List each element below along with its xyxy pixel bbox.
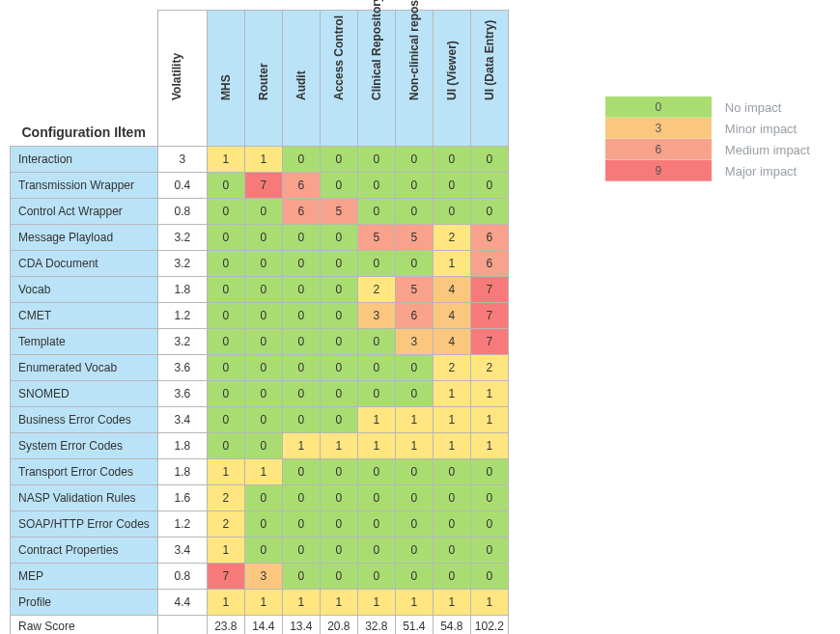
volatility-cell: 0.4 <box>157 173 207 199</box>
heat-cell: 1 <box>207 538 244 564</box>
heat-cell: 0 <box>395 511 433 538</box>
heat-cell: 0 <box>282 485 320 511</box>
heat-cell: 0 <box>320 355 357 381</box>
table-row: SOAP/HTTP Error Codes1.220000000 <box>11 511 509 538</box>
heat-cell: 0 <box>395 199 433 225</box>
heat-cell: 0 <box>357 511 395 538</box>
heat-cell: 0 <box>320 277 357 303</box>
heat-cell: 0 <box>244 485 282 511</box>
heat-cell: 1 <box>244 590 282 616</box>
heat-cell: 7 <box>470 303 508 329</box>
heat-cell: 0 <box>470 199 508 225</box>
heat-cell: 1 <box>433 590 470 616</box>
heat-cell: 7 <box>244 173 282 199</box>
summary-cell: 14.4 <box>244 616 282 635</box>
heat-cell: 0 <box>433 511 470 538</box>
heat-cell: 0 <box>320 303 357 329</box>
heat-cell: 0 <box>282 381 320 407</box>
heat-cell: 0 <box>320 564 357 590</box>
heat-cell: 6 <box>470 251 508 277</box>
heat-cell: 1 <box>320 433 357 459</box>
table-row: Control Act Wrapper0.800650000 <box>11 199 509 225</box>
row-label: Template <box>11 329 158 355</box>
heat-cell: 0 <box>470 564 508 590</box>
heat-cell: 0 <box>470 538 508 564</box>
heat-cell: 1 <box>395 590 433 616</box>
table-row: SNOMED3.600000011 <box>11 381 509 407</box>
legend-swatch: 6 <box>605 139 712 160</box>
heat-cell: 1 <box>470 590 508 616</box>
volatility-cell: 3.4 <box>157 538 207 564</box>
table-row: Contract Properties3.410000000 <box>11 538 509 564</box>
heat-cell: 0 <box>207 381 244 407</box>
heat-cell: 0 <box>320 511 357 538</box>
heat-cell: 0 <box>357 459 395 485</box>
summary-cell: 102.2 <box>470 616 508 635</box>
heat-cell: 0 <box>357 564 395 590</box>
heat-cell: 0 <box>357 173 395 199</box>
heat-cell: 3 <box>395 329 433 355</box>
heat-cell: 0 <box>207 173 244 199</box>
heat-cell: 1 <box>207 459 244 485</box>
heat-cell: 0 <box>207 277 244 303</box>
heat-cell: 0 <box>395 538 433 564</box>
volatility-cell: 1.6 <box>157 485 207 511</box>
heat-cell: 0 <box>282 564 320 590</box>
legend-label: No impact <box>725 100 782 115</box>
heat-cell: 0 <box>433 173 470 199</box>
row-label: Transmission Wrapper <box>11 173 158 199</box>
heat-cell: 0 <box>320 407 357 433</box>
heat-cell: 0 <box>282 355 320 381</box>
row-label: Business Error Codes <box>11 407 158 433</box>
heat-cell: 6 <box>282 173 320 199</box>
heat-cell: 0 <box>395 381 433 407</box>
summary-label: Raw Score <box>11 616 158 635</box>
heat-cell: 1 <box>470 407 508 433</box>
heat-cell: 5 <box>320 199 357 225</box>
heat-cell: 0 <box>357 485 395 511</box>
heat-cell: 0 <box>395 173 433 199</box>
summary-blank <box>157 616 207 635</box>
heat-cell: 0 <box>320 225 357 251</box>
heat-cell: 0 <box>244 538 282 564</box>
heat-cell: 0 <box>470 173 508 199</box>
row-label: Enumerated Vocab <box>11 355 158 381</box>
heat-cell: 0 <box>282 511 320 538</box>
heat-cell: 0 <box>395 147 433 173</box>
table-row: Template3.200000347 <box>11 329 509 355</box>
heat-cell: 0 <box>320 173 357 199</box>
heat-cell: 5 <box>357 225 395 251</box>
volatility-cell: 4.4 <box>157 590 207 616</box>
heat-cell: 0 <box>320 251 357 277</box>
heat-cell: 0 <box>244 407 282 433</box>
col-header-7: UI (Data Entry) <box>470 11 508 147</box>
heat-cell: 0 <box>244 225 282 251</box>
volatility-cell: 3.4 <box>157 407 207 433</box>
heat-cell: 1 <box>395 433 433 459</box>
heat-cell: 0 <box>244 355 282 381</box>
heat-cell: 0 <box>282 251 320 277</box>
volatility-cell: 1.8 <box>157 277 207 303</box>
heat-cell: 0 <box>282 147 320 173</box>
heat-cell: 1 <box>244 147 282 173</box>
table-row: Enumerated Vocab3.600000022 <box>11 355 509 381</box>
heat-cell: 1 <box>357 590 395 616</box>
col-header-1: Router <box>244 11 282 147</box>
heat-cell: 0 <box>433 564 470 590</box>
heat-cell: 6 <box>470 225 508 251</box>
table-row: Transport Error Codes1.811000000 <box>11 459 509 485</box>
heat-cell: 0 <box>357 251 395 277</box>
heat-cell: 1 <box>395 407 433 433</box>
table-row: Business Error Codes3.400001111 <box>11 407 509 433</box>
heat-cell: 4 <box>433 303 470 329</box>
heat-cell: 2 <box>207 485 244 511</box>
volatility-cell: 3 <box>157 147 207 173</box>
heat-cell: 0 <box>395 459 433 485</box>
heat-cell: 0 <box>207 251 244 277</box>
heat-cell: 0 <box>320 329 357 355</box>
heat-cell: 0 <box>207 303 244 329</box>
heat-cell: 0 <box>470 485 508 511</box>
heat-cell: 0 <box>244 381 282 407</box>
summary-cell: 51.4 <box>395 616 433 635</box>
heat-cell: 0 <box>357 381 395 407</box>
